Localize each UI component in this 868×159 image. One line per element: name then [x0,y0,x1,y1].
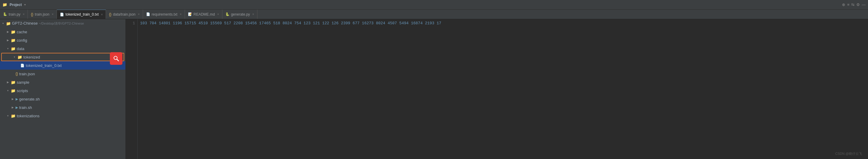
root-path: ~/Desktop/清华/GPT2-Chinese [39,22,84,25]
tab-data-json-close[interactable]: × [138,12,140,16]
svg-line-1 [117,59,119,61]
project-title: Project [9,3,22,7]
tab-tokenized-icon: 📄 [60,12,64,17]
tab-train-json[interactable]: {} train.json × [28,9,57,19]
tokenized-label: tokenized [23,55,40,59]
root-label: GPT2-Chinese ~/Desktop/清华/GPT2-Chinese [12,21,84,26]
line-numbers: 1 [126,19,138,159]
sample-folder-icon: 📁 [11,80,16,85]
tab-generate-py[interactable]: 🐍 generate.py × [222,9,257,19]
tokenized-folder-icon: 📁 [18,55,22,59]
tab-readme-close[interactable]: × [217,12,219,16]
tool-settings[interactable]: ⚙ [856,2,860,7]
tab-data-json-icon: {} [109,12,111,17]
tree-item-config[interactable]: ▶ 📁 config [0,36,125,45]
tokenized-train-label: tokenized_train_0.txt [26,63,62,68]
tree-item-tokenized-train[interactable]: 📄 tokenized_train_0.txt [0,61,125,70]
code-line-1: 103 704 14801 1196 15715 4510 15569 517 … [140,20,866,26]
tree-item-root[interactable]: ▾ 📁 GPT2-Chinese ~/Desktop/清华/GPT2-Chine… [0,19,125,28]
data-arrow: ▾ [6,47,9,50]
tab-tokenized-close[interactable]: × [101,13,103,16]
tab-tokenized-label: tokenized_train_0.txt [66,12,99,17]
line-number-1: 1 [128,20,135,26]
generate-sh-icon: ▶ [16,97,18,101]
generate-sh-arrow: ▶ [11,98,14,101]
project-dropdown-icon[interactable]: ▾ [24,3,26,6]
tab-tokenized-train[interactable]: 📄 tokenized_train_0.txt × [57,9,106,19]
cache-folder-icon: 📁 [11,30,16,34]
editor-content: 1 103 704 14801 1196 15715 4510 15569 51… [126,19,868,159]
tree-item-generate-sh[interactable]: ▶ ▶ generate.sh [0,95,125,103]
project-header: 📁 Project ▾ ⊕ ≡ ⇆ ⚙ — [0,0,868,9]
tokenized-arrow: ▾ [12,55,16,58]
search-icon [113,55,119,61]
tokenizations-arrow: ▾ [6,114,9,117]
tab-train-py-label: train.py [9,12,20,17]
tree-item-tokenizations[interactable]: ▾ 📁 tokenizations [0,112,125,120]
tab-generate-close[interactable]: × [252,12,254,16]
scripts-folder-icon: 📁 [11,88,16,93]
train-sh-icon: ▶ [16,106,18,109]
tab-readme-icon: 📝 [188,12,192,16]
tree-item-scripts[interactable]: ▾ 📁 scripts [0,86,125,95]
tree-item-cache[interactable]: ▶ 📁 cache [0,28,125,36]
root-folder-icon: 📁 [6,21,11,26]
tokenized-train-file-icon: 📄 [20,63,25,68]
scripts-label: scripts [17,88,28,93]
train-sh-arrow: ▶ [11,106,14,109]
tab-train-json-close[interactable]: × [52,12,54,16]
data-folder-icon: 📁 [11,47,16,51]
tab-readme-label: README.md [194,12,215,17]
main-area: ▾ 📁 GPT2-Chinese ~/Desktop/清华/GPT2-Chine… [0,19,868,159]
tree-item-data[interactable]: ▾ 📁 data [0,45,125,53]
tab-train-json-icon: {} [31,12,33,17]
tab-train-json-label: train.json [35,12,50,17]
cache-arrow: ▶ [6,30,9,33]
tab-bar: 🐍 train.py × {} train.json × 📄 tokenized… [0,9,868,19]
code-area[interactable]: 103 704 14801 1196 15715 4510 15569 517 … [138,19,868,159]
sidebar: ▾ 📁 GPT2-Chinese ~/Desktop/清华/GPT2-Chine… [0,19,126,159]
tab-train-py-icon: 🐍 [3,12,7,16]
train-json-icon: {} [16,72,18,76]
file-tree: ▾ 📁 GPT2-Chinese ~/Desktop/清华/GPT2-Chine… [0,19,125,159]
tab-train-py[interactable]: 🐍 train.py × [0,9,28,19]
tree-item-sample[interactable]: ▶ 📁 sample [0,78,125,86]
train-sh-label: train.sh [19,105,32,110]
tab-data-train-json[interactable]: {} data/train.json × [106,9,143,19]
tool-list[interactable]: ≡ [847,2,849,7]
cache-label: cache [17,30,27,34]
sample-label: sample [17,80,29,85]
project-tools: ⊕ ≡ ⇆ ⚙ — [842,2,866,7]
tool-minimize[interactable]: — [862,2,866,7]
config-label: config [17,38,27,43]
editor-area: 1 103 704 14801 1196 15715 4510 15569 51… [126,19,868,159]
watermark: CSDN @晓仔云飞 [835,152,862,156]
tokenizations-folder-icon: 📁 [11,114,16,118]
generate-sh-label: generate.sh [19,97,40,101]
tab-requirements-label: requirements.txt [152,12,178,17]
tab-data-json-label: data/train.json [113,12,135,17]
scripts-arrow: ▾ [6,89,9,92]
tree-item-train-json[interactable]: {} train.json [0,70,125,78]
root-arrow: ▾ [1,22,5,25]
tab-requirements[interactable]: 📄 requirements.txt × [143,9,185,19]
tab-readme[interactable]: 📝 README.md × [185,9,222,19]
tool-add[interactable]: ⊕ [842,2,845,7]
config-arrow: ▶ [6,39,9,42]
tab-requirements-close[interactable]: × [180,12,182,16]
train-json-label: train.json [19,72,35,76]
tree-item-tokenized[interactable]: ▾ 📁 tokenized [1,53,124,61]
tokenizations-label: tokenizations [17,114,39,118]
tool-swap[interactable]: ⇆ [851,2,855,7]
tree-item-train-sh[interactable]: ▶ ▶ train.sh [0,103,125,112]
config-folder-icon: 📁 [11,38,16,43]
tab-generate-icon: 🐍 [225,12,229,16]
tab-requirements-icon: 📄 [146,12,150,16]
data-label: data [17,47,24,51]
search-button[interactable] [110,52,122,65]
tab-generate-label: generate.py [231,12,250,17]
tab-train-py-close[interactable]: × [23,12,25,16]
sample-arrow: ▶ [6,81,9,84]
